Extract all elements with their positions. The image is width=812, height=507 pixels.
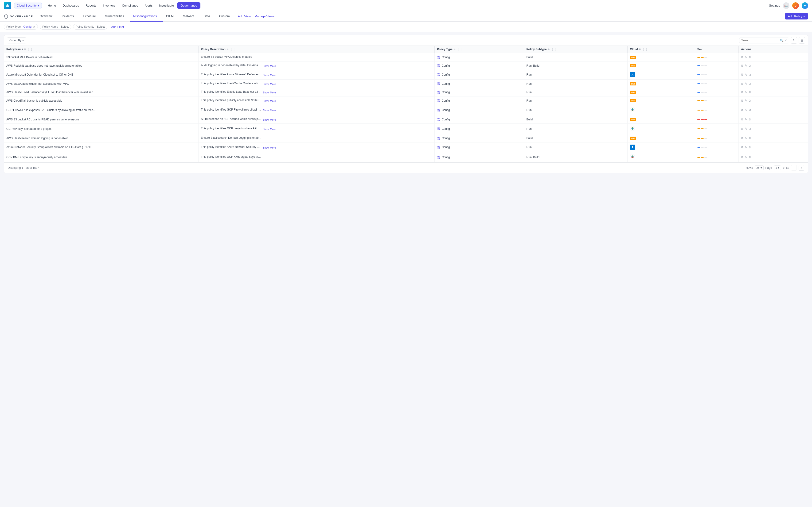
edit-action-icon[interactable]: ✎	[745, 118, 747, 121]
disable-action-icon[interactable]: ⊘	[749, 127, 751, 130]
sub-nav-custom[interactable]: Custom ⋮	[216, 11, 236, 21]
add-policy-button[interactable]: Add Policy ▾	[785, 13, 808, 19]
add-filter-button[interactable]: Add Filter	[109, 25, 126, 29]
th-severity[interactable]: Sev	[695, 46, 739, 53]
drag-icon[interactable]: ⋮⋮	[642, 48, 648, 51]
edit-action-icon[interactable]: ✎	[745, 108, 747, 112]
disable-action-icon[interactable]: ⊘	[749, 108, 751, 112]
user-avatar[interactable]: U	[792, 2, 799, 9]
policy-type-filter[interactable]: Policy Type Config ✕	[4, 24, 38, 30]
show-more-link[interactable]: Show More	[263, 74, 276, 76]
malware-dots-icon[interactable]: ⋮	[195, 14, 198, 17]
sort-icon[interactable]: ⇅	[548, 48, 550, 51]
disable-action-icon[interactable]: ⊘	[749, 118, 751, 121]
copy-action-icon[interactable]: ⧉	[741, 118, 743, 121]
policy-name-filter[interactable]: Policy Name Select	[40, 24, 71, 30]
copy-action-icon[interactable]: ⧉	[741, 127, 743, 131]
custom-dots-icon[interactable]: ⋮	[231, 14, 233, 17]
exposure-dots-icon[interactable]: ⋮	[97, 14, 99, 17]
cloud-security-button[interactable]: Cloud Security ▾	[14, 3, 42, 8]
copy-action-icon[interactable]: ⧉	[741, 91, 743, 94]
drag-icon[interactable]: ⋮⋮	[27, 48, 33, 51]
misconfigurations-dots-icon[interactable]: ⋮	[158, 14, 160, 17]
columns-button[interactable]: ⊞	[799, 37, 805, 44]
sort-icon[interactable]: ⇅	[24, 48, 26, 51]
disable-action-icon[interactable]: ⊘	[749, 99, 751, 102]
show-more-link[interactable]: Show More	[263, 82, 276, 86]
nav-item-investigate[interactable]: Investigate	[156, 2, 177, 9]
disable-action-icon[interactable]: ⊘	[749, 146, 751, 149]
copy-action-icon[interactable]: ⧉	[741, 108, 743, 112]
policy-severity-filter[interactable]: Policy Severity Select	[73, 24, 107, 30]
sub-nav-data[interactable]: Data ⋮	[201, 11, 216, 21]
disable-action-icon[interactable]: ⊘	[749, 136, 751, 140]
sub-nav-misconfigurations[interactable]: Misconfigurations ⋮	[130, 11, 163, 21]
th-policy-subtype[interactable]: Policy Subtype ⇅ ⋮⋮	[524, 46, 627, 53]
sort-icon[interactable]: ⇅	[639, 48, 641, 51]
drag-icon[interactable]: ⋮⋮	[230, 48, 236, 51]
th-policy-type[interactable]: Policy Type ⇅ ⋮⋮	[435, 46, 524, 53]
edit-action-icon[interactable]: ✎	[745, 55, 747, 59]
disable-action-icon[interactable]: ⊘	[749, 55, 751, 59]
copy-action-icon[interactable]: ⧉	[741, 136, 743, 140]
disable-action-icon[interactable]: ⊘	[749, 155, 751, 159]
show-more-link[interactable]: Show More	[263, 118, 276, 121]
sub-nav-ciem[interactable]: CIEM ⋮	[163, 11, 180, 21]
settings-button[interactable]: Settings	[769, 4, 780, 7]
nav-item-inventory[interactable]: Inventory	[100, 2, 119, 9]
nav-item-dashboards[interactable]: Dashboards	[59, 2, 82, 9]
sub-nav-incidents[interactable]: Incidents ⋮	[59, 11, 80, 21]
refresh-button[interactable]: ↻	[791, 37, 797, 44]
th-policy-name[interactable]: Policy Name ⇅ ⋮⋮	[4, 46, 199, 53]
disable-action-icon[interactable]: ⊘	[749, 82, 751, 86]
th-policy-description[interactable]: Policy Description ⇅ ⋮⋮	[199, 46, 435, 53]
copy-action-icon[interactable]: ⧉	[741, 155, 743, 159]
edit-action-icon[interactable]: ✎	[745, 136, 747, 140]
app-logo[interactable]	[4, 2, 11, 9]
edit-action-icon[interactable]: ✎	[745, 99, 747, 102]
edit-action-icon[interactable]: ✎	[745, 82, 747, 86]
edit-action-icon[interactable]: ✎	[745, 91, 747, 94]
prev-page-button[interactable]: ‹	[791, 165, 797, 171]
data-dots-icon[interactable]: ⋮	[211, 14, 214, 17]
disable-action-icon[interactable]: ⊘	[749, 91, 751, 94]
manage-views-button[interactable]: Manage Views	[253, 14, 276, 18]
nav-item-alerts[interactable]: Alerts	[142, 2, 156, 9]
search-icon[interactable]: 🔍	[780, 39, 783, 42]
nav-item-compliance[interactable]: Compliance	[119, 2, 142, 9]
add-view-button[interactable]: Add View	[236, 14, 253, 18]
sub-nav-vulnerabilities[interactable]: Vulnerabilities ⋮	[102, 11, 130, 21]
disable-action-icon[interactable]: ⊘	[749, 64, 751, 67]
page-number-select[interactable]: 1 ▾	[774, 165, 781, 170]
rows-per-page-select[interactable]: 25 ▾	[755, 165, 763, 170]
show-more-link[interactable]: Show More	[263, 100, 276, 102]
show-more-link[interactable]: Show More	[263, 109, 276, 112]
copy-action-icon[interactable]: ⧉	[741, 82, 743, 86]
group-by-button[interactable]: Group By ▾	[7, 37, 26, 44]
ciem-dots-icon[interactable]: ⋮	[174, 14, 177, 17]
incidents-dots-icon[interactable]: ⋮	[75, 14, 77, 17]
copy-action-icon[interactable]: ⧉	[741, 145, 743, 149]
sort-icon[interactable]: ⇅	[453, 48, 455, 51]
show-more-link[interactable]: Show More	[263, 91, 276, 94]
sub-nav-malware[interactable]: Malware ⋮	[180, 11, 201, 21]
help-icon[interactable]: 📖	[783, 2, 790, 9]
copy-action-icon[interactable]: ⧉	[741, 55, 743, 59]
search-clear-icon[interactable]: ✕	[784, 39, 787, 42]
sort-icon[interactable]: ⇅	[226, 48, 229, 51]
nav-item-reports[interactable]: Reports	[82, 2, 100, 9]
copy-action-icon[interactable]: ⧉	[741, 99, 743, 103]
edit-action-icon[interactable]: ✎	[745, 64, 747, 67]
sub-nav-exposure[interactable]: Exposure ⋮	[80, 11, 102, 21]
next-page-button[interactable]: ›	[799, 165, 804, 171]
search-input[interactable]	[741, 39, 779, 42]
drag-icon[interactable]: ⋮⋮	[551, 48, 557, 51]
overview-dots-icon[interactable]: ⋮	[53, 14, 56, 17]
disable-action-icon[interactable]: ⊘	[749, 73, 751, 76]
edit-action-icon[interactable]: ✎	[745, 127, 747, 130]
show-more-link[interactable]: Show More	[263, 146, 276, 149]
copy-action-icon[interactable]: ⧉	[741, 64, 743, 68]
sub-nav-overview[interactable]: Overview ⋮	[37, 11, 59, 21]
edit-action-icon[interactable]: ✎	[745, 155, 747, 159]
nav-item-governance[interactable]: Governance	[177, 2, 200, 9]
